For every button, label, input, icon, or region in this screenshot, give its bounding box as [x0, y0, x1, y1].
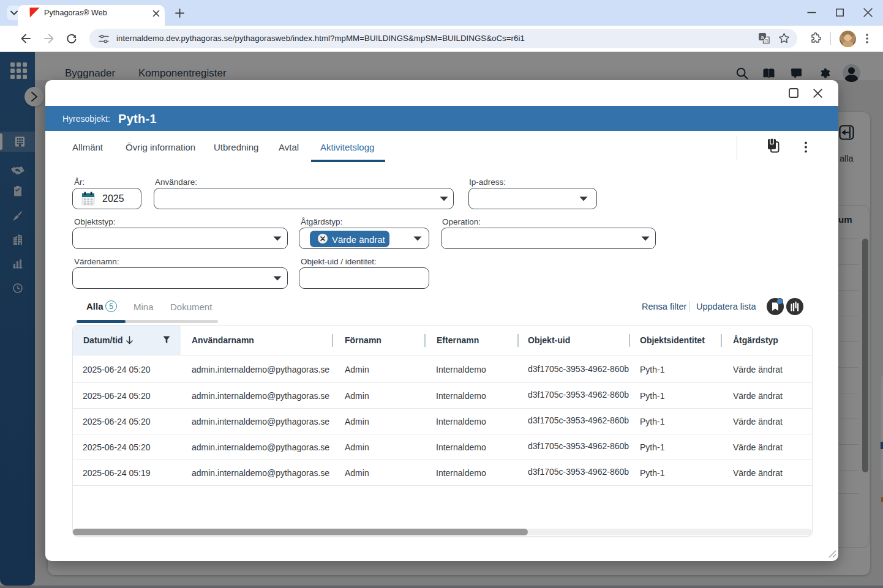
svg-text:a: a — [761, 34, 764, 40]
svg-text:G: G — [764, 38, 768, 43]
